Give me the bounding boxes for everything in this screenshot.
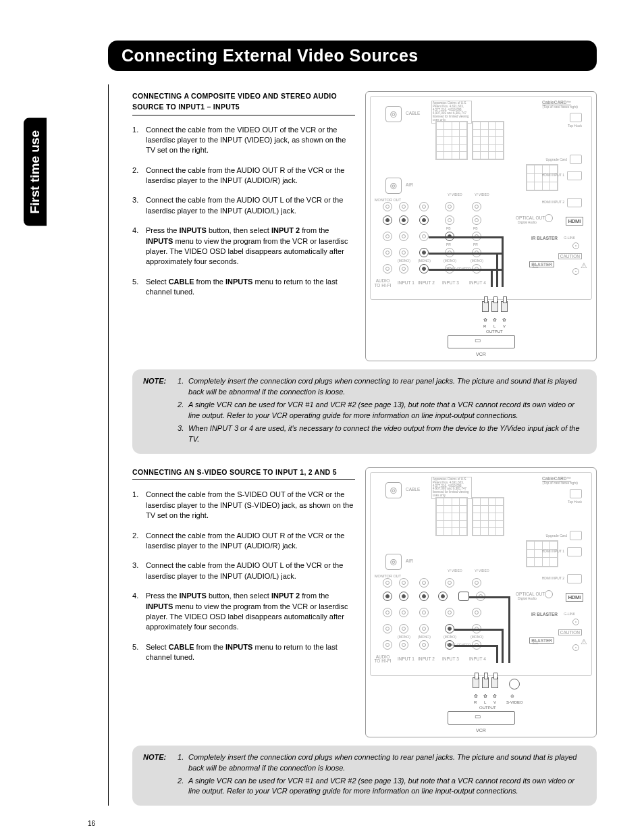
step: Connect the cable from the AUDIO OUT L o…	[132, 561, 355, 581]
note-label: NOTE:	[143, 752, 176, 763]
note-item: 2.A single VCR can be used for VCR #1 an…	[178, 400, 583, 421]
step: Connect the cable from the AUDIO OUT R o…	[132, 531, 355, 552]
section-svideo: CONNECTING AN S-VIDEO SOURCE TO INPUT 1,…	[132, 467, 597, 737]
step: Press the INPUTS button, then select INP…	[132, 591, 355, 633]
section2-steps: Connect the cable from the S-VIDEO OUT o…	[132, 490, 355, 662]
section2-heading: CONNECTING AN S-VIDEO SOURCE TO INPUT 1,…	[132, 467, 355, 481]
step: Connect the cable from the S-VIDEO OUT o…	[132, 490, 355, 521]
diagram-composite: CABLE AIR Apparatus Claims of U.S. Paten…	[365, 91, 597, 361]
note-box-1: NOTE: 1.Completely insert the connection…	[132, 369, 597, 454]
step: Connect the cable from the AUDIO OUT R o…	[132, 165, 355, 186]
note-box-2: NOTE: 1.Completely insert the connection…	[132, 746, 597, 806]
section1-steps: Connect the cable from the VIDEO OUT of …	[132, 125, 355, 298]
diagram-svideo: CABLE AIR Apparatus Claims of U.S. Paten…	[365, 467, 597, 737]
note-label: NOTE:	[143, 376, 176, 387]
note-item: 1.Completely insert the connection cord …	[178, 376, 583, 398]
step: Select CABLE from the INPUTS menu to ret…	[132, 277, 355, 298]
note-item: 2.A single VCR can be used for VCR #1 an…	[178, 776, 583, 798]
content-area: CONNECTING A COMPOSITE VIDEO AND STEREO …	[108, 84, 597, 806]
step: Connect the cable from the AUDIO OUT L o…	[132, 195, 355, 216]
page-number: 16	[88, 820, 95, 827]
note-item: 3.When INPUT 3 or 4 are used, it's neces…	[178, 423, 583, 445]
page-title-bar: Connecting External Video Sources	[108, 41, 597, 71]
step: Press the INPUTS button, then select INP…	[132, 226, 355, 267]
section1-heading: CONNECTING A COMPOSITE VIDEO AND STEREO …	[132, 91, 355, 115]
side-tab: First time use	[24, 118, 47, 226]
section-composite: CONNECTING A COMPOSITE VIDEO AND STEREO …	[132, 91, 597, 361]
step: Select CABLE from the INPUTS menu to ret…	[132, 642, 355, 663]
note-item: 1.Completely insert the connection cord …	[178, 752, 583, 774]
step: Connect the cable from the VIDEO OUT of …	[132, 125, 355, 156]
